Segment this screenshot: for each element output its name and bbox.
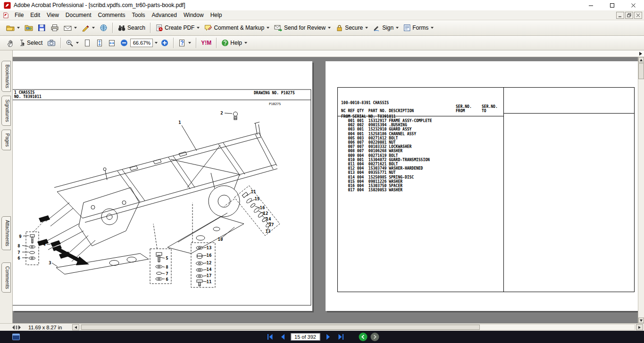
secure-button[interactable]: Secure — [333, 22, 370, 33]
zoom-level-input[interactable] — [130, 39, 153, 47]
document-area[interactable]: 1 2 9 8 7 6 4 3 5 8 7 6 13 16 12 — [13, 57, 638, 323]
forms-button[interactable]: Forms — [401, 22, 436, 33]
sidebar-tab[interactable]: Signatures — [1, 96, 11, 126]
zoom-in-button[interactable] — [159, 37, 171, 49]
create-pdf-button[interactable]: Create PDF — [153, 22, 202, 33]
zoom-magnifier-icon — [66, 39, 74, 47]
doc-close-icon[interactable] — [634, 12, 642, 19]
file-toolbar: Search Create PDF Comment & Markup Send … — [0, 20, 644, 36]
menu-item[interactable]: Tools — [129, 11, 149, 19]
how-to-button[interactable] — [176, 37, 193, 49]
menu-bar: FileEditViewDocumentCommentsToolsAdvance… — [0, 10, 644, 20]
cell-part-no: 15303749 — [368, 166, 387, 171]
fit-width-button[interactable] — [106, 37, 118, 49]
zoom-out-button[interactable] — [118, 37, 130, 49]
menu-item[interactable]: File — [11, 11, 27, 19]
web-link-button[interactable] — [97, 22, 110, 33]
cell-description: WASHER — [389, 188, 402, 192]
dropdown-arrow-icon — [76, 42, 79, 44]
save-button[interactable] — [35, 22, 48, 33]
cell-ref: 009 — [348, 154, 354, 158]
cell-part-no: 15312917 — [368, 119, 387, 123]
toolbar-separator — [173, 38, 174, 48]
menu-item[interactable]: View — [43, 11, 62, 19]
parts-list-page[interactable]: 100-0010-8391 CHASSIS FROM SERIAL NO. T8… — [326, 61, 638, 311]
snapshot-tool-button[interactable] — [45, 37, 58, 49]
doc-restore-icon[interactable] — [625, 12, 633, 19]
sign-pen-icon — [373, 24, 381, 32]
dropdown-arrow-icon — [365, 27, 368, 29]
scroll-down-arrow-icon[interactable] — [638, 318, 644, 323]
sign-button[interactable]: Sign — [370, 22, 401, 33]
actual-size-button[interactable] — [81, 37, 93, 49]
previous-page-button[interactable] — [278, 333, 287, 341]
previous-view-button[interactable] — [359, 333, 367, 341]
last-page-button[interactable] — [336, 333, 345, 341]
email-button[interactable] — [61, 23, 79, 33]
horizontal-scrollbar-thumb[interactable] — [81, 325, 480, 330]
print-button[interactable] — [48, 22, 61, 33]
hand-tool-button[interactable] — [4, 37, 17, 49]
zoom-tool-button[interactable] — [63, 37, 81, 49]
vertical-scrollbar-thumb[interactable] — [638, 63, 644, 79]
cell-qty: 001 — [357, 158, 364, 162]
toolbar-separator — [150, 23, 151, 33]
maximize-icon[interactable] — [602, 0, 623, 10]
select-tool-button[interactable]: Select — [17, 37, 45, 49]
table-row: 008 007 00106268 WASHER — [341, 149, 432, 153]
previous-view-icon — [360, 334, 366, 340]
menu-item[interactable]: Document — [62, 11, 95, 19]
scroll-up-arrow-icon[interactable] — [638, 57, 644, 63]
scroll-right-arrow-icon[interactable] — [639, 52, 642, 56]
taskbar-app-icon[interactable] — [12, 334, 20, 340]
close-icon[interactable] — [623, 0, 644, 10]
yahoo-messenger-icon: Y!M — [201, 40, 211, 46]
cell-ref: 015 — [348, 180, 354, 184]
sidebar-tab[interactable]: Bookmarks — [1, 61, 11, 92]
sidebar-tab[interactable]: Comments — [1, 262, 11, 293]
zoom-dropdown-button[interactable] — [153, 40, 159, 46]
dropdown-arrow-icon — [396, 27, 399, 29]
horizontal-scrollbar[interactable] — [80, 324, 635, 330]
header-rule — [338, 116, 503, 116]
next-view-button[interactable] — [370, 333, 379, 341]
cell-ref: 002 — [348, 123, 354, 127]
pan-arrows-icon[interactable] — [12, 325, 21, 330]
minimize-icon[interactable] — [580, 0, 602, 10]
table-row: 013 004 09355771 NUT — [341, 171, 432, 175]
page-number-input[interactable] — [291, 333, 320, 341]
menu-item[interactable]: Advanced — [149, 11, 180, 19]
vertical-scrollbar[interactable] — [638, 57, 644, 323]
menu-item[interactable]: Help — [207, 11, 226, 19]
scroll-right-arrow-icon[interactable] — [636, 324, 643, 330]
send-for-review-button[interactable]: Send for Review — [272, 22, 333, 33]
next-page-button[interactable] — [323, 333, 333, 341]
cell-description: NUT — [389, 140, 395, 145]
comment-markup-button[interactable]: Comment & Markup — [202, 22, 272, 33]
callout-label: 15 — [255, 196, 260, 201]
cell-qty: 002 — [357, 123, 364, 127]
menu-item[interactable]: Comments — [95, 11, 129, 19]
menu-item[interactable]: Edit — [27, 11, 43, 19]
scroll-left-arrow-icon[interactable] — [72, 324, 79, 330]
open-button[interactable] — [4, 22, 22, 33]
drawing-page[interactable]: 1 2 9 8 7 6 4 3 5 8 7 6 13 16 12 — [13, 61, 312, 311]
cell-description: .BUSHING — [389, 123, 407, 127]
plate-code: P10275 — [269, 102, 281, 106]
sidebar-tab[interactable]: Pages — [1, 130, 11, 150]
search-button[interactable]: Search — [115, 22, 148, 33]
menu-item[interactable]: Window — [180, 11, 207, 19]
callout-label: 5 — [166, 256, 168, 261]
doc-minimize-icon[interactable] — [616, 12, 624, 19]
help-button[interactable]: Help — [219, 37, 250, 49]
cell-part-no: 00103332 — [368, 145, 387, 149]
fit-page-button[interactable] — [93, 37, 106, 49]
organizer-button[interactable] — [22, 22, 35, 33]
first-page-button[interactable] — [265, 333, 275, 341]
select-label: Select — [27, 40, 42, 46]
table-title: 100-0010-8391 CHASSIS — [341, 101, 503, 106]
sidebar-tab[interactable]: Attachments — [1, 216, 11, 250]
yahoo-messenger-button[interactable]: Y!M — [199, 38, 214, 48]
review-comment-button[interactable] — [79, 22, 97, 33]
callout-label: 13 — [207, 245, 212, 250]
